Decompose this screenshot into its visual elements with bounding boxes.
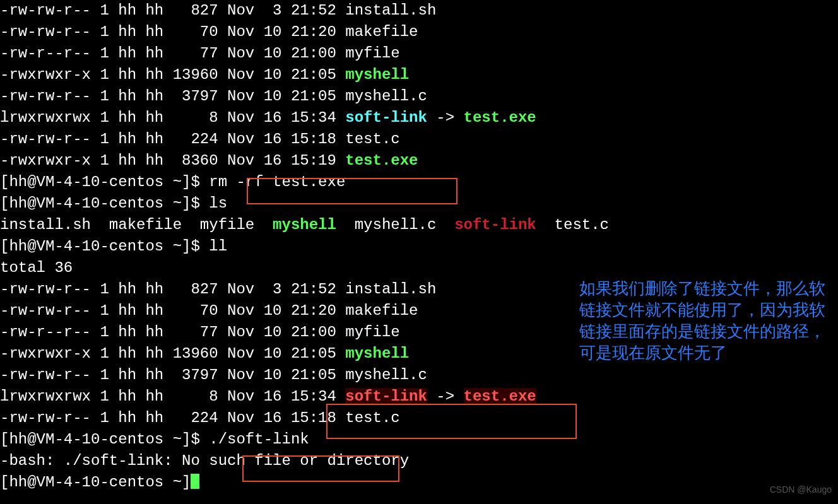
cursor (191, 474, 199, 489)
terminal-output[interactable]: -rw-rw-r-- 1 hh hh 827 Nov 3 21:52 insta… (0, 0, 838, 493)
watermark: CSDN @Kaugo (770, 479, 832, 500)
annotation-text: 如果我们删除了链接文件，那么软链接文件就不能使用了，因为我软链接里面存的是链接文… (579, 278, 825, 363)
